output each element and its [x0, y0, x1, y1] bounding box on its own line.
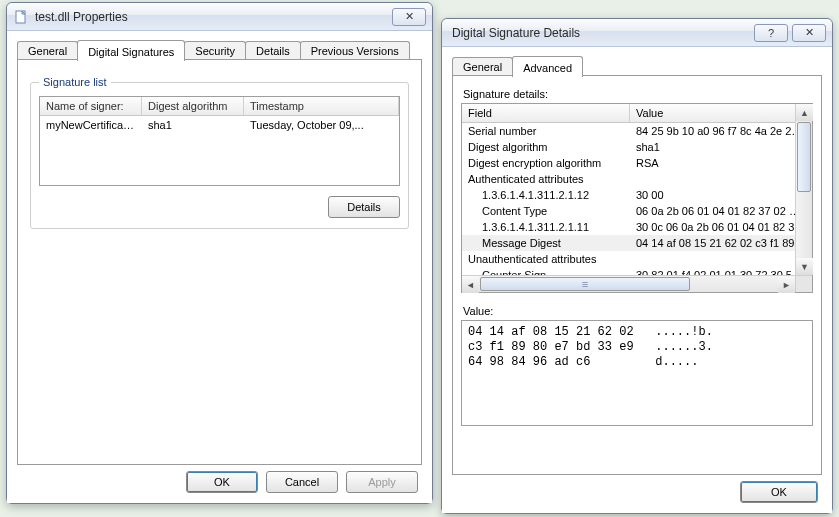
scroll-left-icon[interactable]: ◄: [462, 276, 479, 293]
signature-listview[interactable]: Name of signer: Digest algorithm Timesta…: [39, 96, 400, 186]
table-row[interactable]: Digest encryption algorithmRSA: [462, 155, 812, 171]
scroll-thumb[interactable]: [797, 122, 811, 192]
tab-advanced[interactable]: Advanced: [512, 56, 583, 77]
tab-details[interactable]: Details: [245, 41, 301, 60]
tab-strip: General Advanced: [452, 55, 822, 76]
close-button[interactable]: [392, 8, 426, 26]
table-row[interactable]: 1.3.6.1.4.1.311.2.1.1230 00: [462, 187, 812, 203]
cell-field: Message Digest: [462, 236, 630, 250]
close-button[interactable]: [792, 24, 826, 42]
scroll-down-icon[interactable]: ▼: [796, 258, 813, 275]
cell-value: 30 0c 06 0a 2b 06 01 04 01 82 37 02 01: [630, 220, 812, 234]
window-title: test.dll Properties: [35, 10, 388, 24]
file-icon: [13, 9, 29, 25]
dialog-buttons: OK Cancel Apply: [17, 465, 422, 497]
dialog-buttons: OK: [452, 475, 822, 507]
details-button[interactable]: Details: [328, 196, 400, 218]
col-value[interactable]: Value: [630, 104, 812, 123]
col-field[interactable]: Field: [462, 104, 630, 123]
table-row[interactable]: Unauthenticated attributes: [462, 251, 812, 267]
cell-signer: myNewCertificate1: [40, 116, 142, 134]
cell-value: sha1: [630, 140, 812, 154]
sig-details-label: Signature details:: [463, 88, 813, 100]
col-timestamp[interactable]: Timestamp: [244, 97, 399, 116]
table-row[interactable]: Authenticated attributes: [462, 171, 812, 187]
cell-value: [630, 172, 812, 186]
tab-previous-versions[interactable]: Previous Versions: [300, 41, 410, 60]
cell-value: 30 00: [630, 188, 812, 202]
tab-strip: General Digital Signatures Security Deta…: [17, 39, 422, 60]
signature-list-group: Signature list Name of signer: Digest al…: [30, 76, 409, 229]
ok-button[interactable]: OK: [740, 481, 818, 503]
cell-value: RSA: [630, 156, 812, 170]
table-row[interactable]: myNewCertificate1 sha1 Tuesday, October …: [40, 116, 399, 134]
titlebar[interactable]: test.dll Properties: [7, 3, 432, 31]
cell-digest: sha1: [142, 116, 244, 134]
scroll-thumb[interactable]: ≡: [480, 277, 690, 291]
cell-field: Unauthenticated attributes: [462, 252, 630, 266]
tab-panel: Signature details: Field Value Serial nu…: [452, 75, 822, 475]
titlebar[interactable]: Digital Signature Details: [442, 19, 832, 47]
table-row[interactable]: Serial number84 25 9b 10 a0 96 f7 8c 4a …: [462, 123, 812, 139]
tab-security[interactable]: Security: [184, 41, 246, 60]
ok-button[interactable]: OK: [186, 471, 258, 493]
cell-timestamp: Tuesday, October 09,...: [244, 116, 399, 134]
cell-field: Digest encryption algorithm: [462, 156, 630, 170]
cell-value: [630, 252, 812, 266]
col-signer[interactable]: Name of signer:: [40, 97, 142, 116]
table-row[interactable]: 1.3.6.1.4.1.311.2.1.1130 0c 06 0a 2b 06 …: [462, 219, 812, 235]
signature-details-window: Digital Signature Details General Advanc…: [441, 18, 833, 514]
table-row[interactable]: Message Digest04 14 af 08 15 21 62 02 c3…: [462, 235, 812, 251]
cell-value: 04 14 af 08 15 21 62 02 c3 f1 89 80 e7 .…: [630, 236, 812, 250]
cell-value: 06 0a 2b 06 01 04 01 82 37 02 01 04: [630, 204, 812, 218]
scroll-up-icon[interactable]: ▲: [796, 104, 813, 121]
cancel-button[interactable]: Cancel: [266, 471, 338, 493]
tab-digital-signatures[interactable]: Digital Signatures: [77, 40, 185, 61]
table-row[interactable]: Digest algorithmsha1: [462, 139, 812, 155]
tab-general[interactable]: General: [17, 41, 78, 60]
cell-field: Serial number: [462, 124, 630, 138]
vertical-scrollbar[interactable]: ▲ ▼: [795, 104, 812, 275]
help-button[interactable]: [754, 24, 788, 42]
tab-general[interactable]: General: [452, 57, 513, 76]
cell-value: 84 25 9b 10 a0 96 f7 8c 4a 2e 24 0d a0 .: [630, 124, 812, 138]
scroll-right-icon[interactable]: ►: [778, 276, 795, 293]
horizontal-scrollbar[interactable]: ◄ ≡ ►: [462, 275, 795, 292]
group-legend: Signature list: [39, 76, 111, 88]
scroll-corner: [795, 275, 812, 292]
table-row[interactable]: Content Type06 0a 2b 06 01 04 01 82 37 0…: [462, 203, 812, 219]
cell-field: 1.3.6.1.4.1.311.2.1.11: [462, 220, 630, 234]
col-digest[interactable]: Digest algorithm: [142, 97, 244, 116]
cell-field: 1.3.6.1.4.1.311.2.1.12: [462, 188, 630, 202]
apply-button: Apply: [346, 471, 418, 493]
signature-details-list[interactable]: Field Value Serial number84 25 9b 10 a0 …: [461, 103, 813, 293]
window-title: Digital Signature Details: [448, 26, 750, 40]
cell-field: Content Type: [462, 204, 630, 218]
cell-field: Authenticated attributes: [462, 172, 630, 186]
value-textbox[interactable]: 04 14 af 08 15 21 62 02 .....!b. c3 f1 8…: [461, 320, 813, 426]
properties-window: test.dll Properties General Digital Sign…: [6, 2, 433, 504]
tab-panel: Signature list Name of signer: Digest al…: [17, 59, 422, 465]
value-label: Value:: [463, 305, 813, 317]
cell-field: Digest algorithm: [462, 140, 630, 154]
